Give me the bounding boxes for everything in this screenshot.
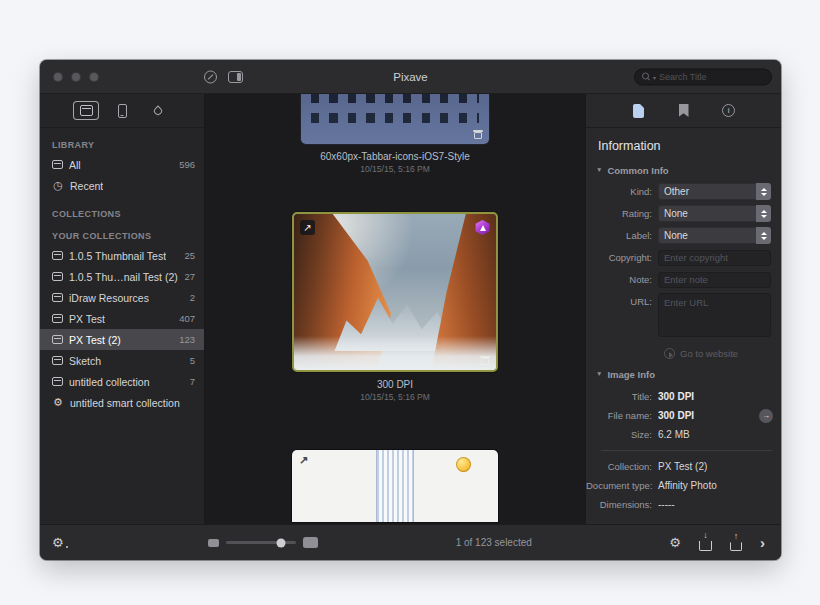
search-field[interactable]: ▾ — [634, 68, 772, 85]
go-to-website-button[interactable]: Go to website — [664, 348, 781, 359]
sidebar-item-all[interactable]: All 596 — [40, 154, 204, 175]
item-count: 25 — [184, 250, 195, 261]
size-value: 6.2 MB — [658, 429, 690, 440]
section-label: Image Info — [607, 369, 655, 380]
item-count: 5 — [190, 355, 195, 366]
field-label: Size: — [586, 429, 658, 440]
close-button[interactable] — [53, 72, 63, 82]
settings-gear-button[interactable]: ⚙ — [52, 536, 68, 549]
icon-sheet-row — [311, 113, 479, 123]
tab-colors[interactable] — [145, 101, 171, 120]
rating-dropdown[interactable]: None — [658, 205, 771, 222]
selection-status: 1 of 123 selected — [318, 537, 669, 548]
note-input[interactable] — [658, 272, 771, 288]
sidebar-item-collection[interactable]: 1.0.5 Thumbnail Test 25 — [40, 245, 204, 266]
sidebar: LIBRARY All 596 ◷ Recent COLLECTIONS YOU… — [40, 94, 205, 524]
actions-gear-button[interactable]: ⚙ — [669, 536, 681, 549]
field-label: Dimensions: — [586, 499, 658, 510]
thumbnail-selected-image[interactable]: ↗ — [292, 212, 498, 372]
download-button[interactable] — [699, 541, 712, 551]
expand-arrow-icon: ↗ — [299, 454, 308, 467]
sidebar-item-smart-collection[interactable]: ⚙ untitled smart collection — [40, 392, 204, 413]
sidebar-item-collection-selected[interactable]: PX Test (2) 123 — [40, 329, 204, 350]
bottom-right-actions: ⚙ › — [669, 534, 771, 551]
expand-panel-button[interactable]: › — [760, 535, 765, 550]
stepper-icon[interactable] — [756, 183, 771, 200]
slider-thumb[interactable] — [277, 538, 286, 547]
tab-bookmark[interactable] — [672, 101, 696, 121]
thumbnail-title: 300 DPI — [377, 379, 413, 390]
tray-icon — [52, 335, 63, 344]
sidebar-item-recent[interactable]: ◷ Recent — [40, 175, 204, 196]
thumbnail-title: 60x60px-Tabbar-icons-iOS7-Style — [320, 151, 470, 162]
minimize-button[interactable] — [71, 72, 81, 82]
panel-title: Information — [586, 128, 781, 161]
sidebar-item-collection[interactable]: PX Test 407 — [40, 308, 204, 329]
field-label: Label: — [586, 230, 658, 241]
sidebar-item-collection[interactable]: iDraw Resources 2 — [40, 287, 204, 308]
tab-devices[interactable] — [109, 101, 135, 120]
gear-dot-icon — [66, 546, 69, 549]
stepper-icon[interactable] — [756, 227, 771, 244]
compose-icon[interactable] — [204, 70, 217, 83]
expand-arrow-icon[interactable]: ↗ — [300, 220, 315, 235]
thumbnail-size-slider[interactable] — [208, 537, 318, 548]
url-input[interactable] — [658, 293, 771, 337]
droplet-icon — [152, 105, 163, 116]
zoom-button[interactable] — [89, 72, 99, 82]
bottom-toolbar: ⚙ 1 of 123 selected ⚙ › — [40, 524, 781, 560]
kind-dropdown[interactable]: Other — [658, 183, 771, 200]
item-count: 27 — [184, 271, 195, 282]
gear-icon: ⚙ — [52, 536, 64, 549]
field-label: Copyright: — [586, 252, 658, 263]
archive-box-icon — [80, 105, 93, 116]
tray-icon — [52, 293, 63, 302]
search-input[interactable] — [659, 72, 764, 82]
tray-icon — [52, 314, 63, 323]
small-thumbnails-icon — [208, 539, 219, 547]
tab-information[interactable] — [627, 101, 651, 121]
field-label: Title: — [586, 391, 658, 402]
large-thumbnails-icon — [303, 537, 318, 548]
sidebar-toggle-icon[interactable] — [228, 71, 243, 83]
section-label: Common Info — [607, 165, 668, 176]
item-count: 407 — [179, 313, 195, 324]
thumbnail-icon-sheet[interactable] — [301, 94, 489, 144]
field-label: Collection: — [586, 461, 658, 472]
reveal-file-button[interactable]: → — [759, 409, 773, 423]
section-image-info[interactable]: ▼ Image Info — [586, 365, 781, 387]
collections-header: COLLECTIONS — [40, 196, 204, 223]
copyright-input[interactable] — [658, 250, 771, 266]
item-count: 2 — [190, 292, 195, 303]
slider-track[interactable] — [226, 541, 296, 544]
share-button[interactable] — [730, 542, 742, 551]
section-common-info[interactable]: ▼ Common Info — [586, 161, 781, 183]
item-count: 7 — [190, 376, 195, 387]
library-header: LIBRARY — [40, 132, 204, 154]
sidebar-item-collection[interactable]: untitled collection 7 — [40, 371, 204, 392]
label-dropdown[interactable]: None — [658, 227, 771, 244]
thumbnail-date: 10/15/15, 5:16 PM — [360, 392, 429, 402]
sidebar-item-collection[interactable]: Sketch 5 — [40, 350, 204, 371]
icon-sheet-row — [311, 94, 479, 103]
thumbnail-partial-image[interactable]: ↗ — [292, 450, 498, 522]
sidebar-tabs — [40, 94, 204, 128]
tray-icon — [52, 356, 63, 365]
tab-info[interactable] — [717, 101, 741, 121]
field-label: URL: — [586, 293, 658, 307]
pixave-window: Pixave ▾ LIBRARY All 596 ◷ — [40, 60, 781, 560]
gear-icon: ⚙ — [52, 397, 64, 408]
emoji-sticker — [456, 457, 471, 472]
sidebar-item-collection[interactable]: 1.0.5 Thu…nail Test (2) 27 — [40, 266, 204, 287]
document-icon — [633, 104, 644, 118]
titlebar: Pixave ▾ — [40, 60, 781, 94]
filename-value: 300 DPI — [658, 410, 694, 421]
tab-collections[interactable] — [73, 101, 99, 120]
trash-icon[interactable] — [481, 356, 489, 365]
thumbnail-date: 10/15/15, 5:16 PM — [360, 164, 429, 174]
field-label: Rating: — [586, 208, 658, 219]
divider — [601, 450, 772, 451]
stepper-icon[interactable] — [756, 205, 771, 222]
trash-icon[interactable] — [474, 130, 482, 139]
tray-icon — [52, 377, 63, 386]
